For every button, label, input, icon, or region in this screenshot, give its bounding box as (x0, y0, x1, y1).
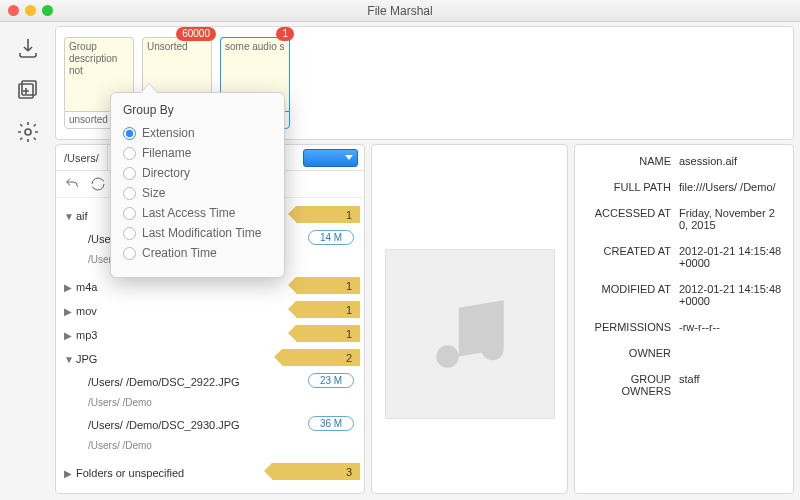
chevron-down-icon[interactable]: ▼ (64, 211, 76, 222)
add-collection-icon[interactable] (14, 76, 42, 104)
option-label: Filename (142, 146, 191, 160)
tree-file-path: /Users/ /Demo (60, 435, 360, 455)
group-by-option[interactable]: Size (123, 183, 272, 203)
details-pane: NAMEasession.aif FULL PATHfile:///Users/… (574, 144, 794, 494)
tree-group-unspecified[interactable]: ▶ Folders or unspecified 3 (60, 463, 360, 483)
group-badge: 1 (276, 27, 294, 41)
tree-file-path: /Users/ /Demo (60, 392, 360, 412)
detail-val: -rw-r--r-- (679, 321, 783, 333)
path-dropdown[interactable] (303, 149, 358, 167)
option-label: Extension (142, 126, 195, 140)
radio-icon[interactable] (123, 207, 136, 220)
crumb[interactable]: /Users/ (56, 145, 108, 170)
tree-group-m4a[interactable]: ▶ m4a 1 (60, 277, 360, 297)
chevron-right-icon[interactable]: ▶ (64, 306, 76, 317)
import-icon[interactable] (14, 34, 42, 62)
option-label: Size (142, 186, 165, 200)
detail-val: Friday, November 20, 2015 (679, 207, 783, 231)
tree-group-mov[interactable]: ▶ mov 1 (60, 301, 360, 321)
detail-key: NAME (585, 155, 671, 167)
radio-icon[interactable] (123, 187, 136, 200)
detail-val: staff (679, 373, 783, 397)
size-pill: 23 M (308, 373, 354, 388)
chevron-right-icon[interactable]: ▶ (64, 282, 76, 293)
titlebar: File Marshal (0, 0, 800, 22)
group-card-footer: unsorted (69, 114, 108, 125)
minimize-button[interactable] (25, 5, 36, 16)
group-by-option[interactable]: Creation Time (123, 243, 272, 263)
svg-rect-0 (22, 81, 36, 95)
detail-key: FULL PATH (585, 181, 671, 193)
svg-point-2 (25, 129, 31, 135)
undo-icon[interactable] (64, 176, 80, 192)
count-bar: 1 (296, 206, 360, 223)
refresh-icon[interactable] (90, 176, 106, 192)
detail-val: 2012-01-21 14:15:48 +0000 (679, 245, 783, 269)
tree-file[interactable]: /Users/ /Demo/DSC_2922.JPG 23 M (60, 372, 360, 392)
detail-val: file:///Users/ /Demo/ (679, 181, 783, 193)
detail-key: GROUP OWNERS (585, 373, 671, 397)
group-by-popover: Group By ExtensionFilenameDirectorySizeL… (110, 92, 285, 278)
radio-icon[interactable] (123, 127, 136, 140)
count-bar: 1 (296, 277, 360, 294)
group-card-title: some audio s (225, 41, 284, 52)
chevron-right-icon[interactable]: ▶ (64, 330, 76, 341)
left-toolbar (0, 22, 55, 500)
count-bar: 1 (296, 325, 360, 342)
count-bar: 3 (272, 463, 360, 480)
music-note-icon (425, 289, 515, 379)
group-by-option[interactable]: Extension (123, 123, 272, 143)
detail-val: asession.aif (679, 155, 783, 167)
option-label: Creation Time (142, 246, 217, 260)
close-button[interactable] (8, 5, 19, 16)
detail-key: ACCESSED AT (585, 207, 671, 231)
chevron-down-icon[interactable]: ▼ (64, 354, 76, 365)
detail-val: 2012-01-21 14:15:48 +0000 (679, 283, 783, 307)
radio-icon[interactable] (123, 247, 136, 260)
preview-pane (371, 144, 568, 494)
chevron-right-icon[interactable]: ▶ (64, 468, 76, 479)
window-controls (8, 5, 53, 16)
group-by-option[interactable]: Directory (123, 163, 272, 183)
detail-key: MODIFIED AT (585, 283, 671, 307)
preview-thumbnail (385, 249, 555, 419)
radio-icon[interactable] (123, 147, 136, 160)
detail-key: PERMISSIONS (585, 321, 671, 333)
popover-title: Group By (123, 103, 272, 117)
group-by-option[interactable]: Filename (123, 143, 272, 163)
radio-icon[interactable] (123, 167, 136, 180)
tree-file[interactable]: /Users/ /Demo/DSC_2930.JPG 36 M (60, 415, 360, 435)
group-card-title: Group description not (69, 41, 117, 76)
zoom-button[interactable] (42, 5, 53, 16)
group-by-option[interactable]: Last Access Time (123, 203, 272, 223)
size-pill: 14 M (308, 230, 354, 245)
option-label: Last Access Time (142, 206, 235, 220)
gear-icon[interactable] (14, 118, 42, 146)
tree-group-jpg[interactable]: ▼ JPG 2 (60, 349, 360, 369)
group-card-title: Unsorted (147, 41, 188, 52)
count-bar: 2 (282, 349, 360, 366)
size-pill: 36 M (308, 416, 354, 431)
window-title: File Marshal (0, 4, 800, 18)
option-label: Directory (142, 166, 190, 180)
detail-key: OWNER (585, 347, 671, 359)
group-badge: 60000 (176, 27, 216, 41)
detail-val (679, 347, 783, 359)
option-label: Last Modification Time (142, 226, 261, 240)
group-by-option[interactable]: Last Modification Time (123, 223, 272, 243)
count-bar: 1 (296, 301, 360, 318)
radio-icon[interactable] (123, 227, 136, 240)
tree-group-mp3[interactable]: ▶ mp3 1 (60, 325, 360, 345)
detail-key: CREATED AT (585, 245, 671, 269)
